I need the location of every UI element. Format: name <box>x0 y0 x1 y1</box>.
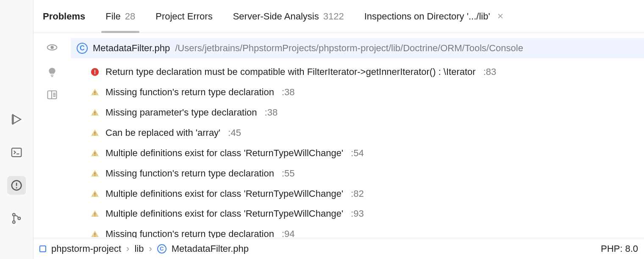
left-tool-stripe <box>0 0 33 259</box>
services-tool-button[interactable] <box>7 110 26 129</box>
issue-message: Missing function's return type declarati… <box>105 167 274 180</box>
tab-label: Project Errors <box>155 11 212 22</box>
class-file-icon: C <box>157 244 167 253</box>
tab-inspections-on-directory[interactable]: Inspections on Directory '.../lib' <box>364 0 504 33</box>
warning-icon <box>90 229 100 238</box>
warning-icon <box>90 169 100 178</box>
close-icon[interactable] <box>497 11 504 22</box>
issue-row[interactable]: Multiple definitions exist for class 'Re… <box>71 143 644 163</box>
vcs-tool-button[interactable] <box>7 209 26 228</box>
breadcrumb-item[interactable]: lib <box>134 243 144 254</box>
breadcrumb-separator: › <box>126 243 129 254</box>
issue-row[interactable]: Missing function's return type declarati… <box>71 82 644 102</box>
tab-project-errors[interactable]: Project Errors <box>155 0 212 33</box>
tab-count: 28 <box>125 11 135 22</box>
issue-line: :55 <box>282 167 295 180</box>
terminal-tool-button[interactable] <box>7 143 26 162</box>
issue-line: :82 <box>351 187 364 201</box>
issue-message: Multiple definitions exist for class 'Re… <box>105 146 343 160</box>
issue-line: :93 <box>351 207 364 220</box>
intention-bulb-icon[interactable] <box>47 67 58 78</box>
issue-message: Can be replaced with 'array' <box>105 126 220 140</box>
warning-icon <box>90 108 100 117</box>
issue-line: :38 <box>282 85 295 99</box>
issue-message: Return type declaration must be compatib… <box>105 65 476 79</box>
svg-text:!: ! <box>94 69 96 75</box>
warning-icon <box>90 189 100 198</box>
error-icon: ! <box>90 67 100 77</box>
tab-problems[interactable]: Problems <box>43 0 85 33</box>
status-bar: phpstorm-project › lib › C MetadataFilte… <box>33 238 644 259</box>
issue-list: !Return type declaration must be compati… <box>71 58 644 238</box>
warning-icon <box>90 88 100 97</box>
problems-gutter <box>33 33 71 238</box>
breadcrumb-item[interactable]: phpstorm-project <box>51 243 121 254</box>
problems-pane: C MetadataFilter.php /Users/jetbrains/Ph… <box>71 33 644 238</box>
problems-tool-button[interactable] <box>7 176 26 195</box>
issue-message: Missing function's return type declarati… <box>105 85 274 99</box>
class-file-icon: C <box>77 43 88 54</box>
issue-row[interactable]: Multiple definitions exist for class 'Re… <box>71 204 644 224</box>
php-version-widget[interactable]: PHP: 8.0 <box>601 243 638 254</box>
issue-message: Multiple definitions exist for class 'Re… <box>105 187 343 201</box>
issue-message: Missing parameter's type declaration <box>105 106 257 119</box>
issue-line: :94 <box>282 227 295 238</box>
svg-point-4 <box>16 187 17 188</box>
issue-row[interactable]: !Return type declaration must be compati… <box>71 62 644 82</box>
issue-row[interactable]: Can be replaced with 'array':45 <box>71 123 644 143</box>
issue-row[interactable]: Missing parameter's type declaration:38 <box>71 102 644 123</box>
tab-label: Problems <box>43 11 85 22</box>
breadcrumb-item[interactable]: MetadataFilter.php <box>172 243 249 254</box>
file-path: /Users/jetbrains/PhpstormProjects/phpsto… <box>175 43 523 54</box>
breadcrumb[interactable]: phpstorm-project › lib › C MetadataFilte… <box>39 243 249 254</box>
issue-row[interactable]: Multiple definitions exist for class 'Re… <box>71 184 644 204</box>
issue-row[interactable]: Missing function's return type declarati… <box>71 224 644 238</box>
issue-line: :38 <box>265 106 278 119</box>
warning-icon <box>90 149 100 158</box>
breadcrumb-separator: › <box>149 243 152 254</box>
tab-label: Inspections on Directory '.../lib' <box>364 11 490 22</box>
warning-icon <box>90 128 100 138</box>
issue-line: :83 <box>483 65 497 79</box>
problems-file-header[interactable]: C MetadataFilter.php /Users/jetbrains/Ph… <box>71 38 644 58</box>
tab-label: File <box>105 11 120 22</box>
issue-row[interactable]: Missing function's return type declarati… <box>71 163 644 184</box>
tab-count: 3122 <box>323 11 344 22</box>
tab-file[interactable]: File 28 <box>105 0 135 33</box>
svg-point-9 <box>50 46 54 49</box>
preview-panel-icon[interactable] <box>46 89 58 101</box>
issue-line: :45 <box>228 126 241 140</box>
file-name: MetadataFilter.php <box>93 43 170 54</box>
tab-server-side-analysis[interactable]: Server-Side Analysis 3122 <box>233 0 344 33</box>
warning-icon <box>90 209 100 218</box>
svg-marker-0 <box>14 115 21 124</box>
module-icon <box>39 245 46 252</box>
tab-label: Server-Side Analysis <box>233 11 319 22</box>
svg-point-6 <box>13 221 15 223</box>
issue-message: Multiple definitions exist for class 'Re… <box>105 207 343 220</box>
svg-rect-2 <box>12 148 22 157</box>
issue-line: :54 <box>351 146 364 160</box>
highlight-filter-icon[interactable] <box>46 43 58 56</box>
problems-tabs-bar: Problems File 28 Project Errors Server-S… <box>33 0 644 33</box>
issue-message: Missing function's return type declarati… <box>105 227 274 238</box>
